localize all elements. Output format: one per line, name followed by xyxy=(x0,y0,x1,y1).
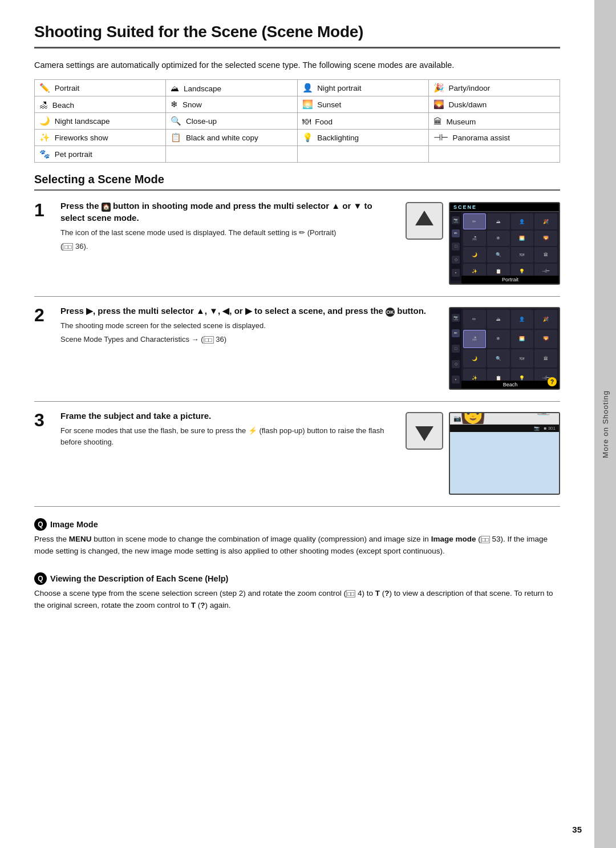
ss-cell-food: 🍽 xyxy=(511,247,534,263)
steps-divider-1 xyxy=(34,296,560,297)
table-cell xyxy=(428,146,560,163)
landscape-icon: ⛰ xyxy=(171,83,179,93)
arrow-up-icon xyxy=(412,208,437,233)
page-number: 35 xyxy=(572,825,582,834)
table-cell: 🎉 Party/indoor xyxy=(428,80,560,96)
table-cell xyxy=(297,146,428,163)
ss-cell-nightportrait: 👤 xyxy=(511,213,534,229)
table-cell: 🌅 Sunset xyxy=(297,96,428,113)
table-cell: ✨ Fireworks show xyxy=(35,130,166,146)
step-1-desc2: (□□ 36). xyxy=(60,241,396,252)
side-tab: More on Shooting xyxy=(594,0,616,848)
step-2-desc1: The shooting mode screen for the selecte… xyxy=(60,320,440,332)
beach-selector-screen: 📷 ✏ □ ◇ • ✏ ⛰ 👤 🎉 xyxy=(449,307,560,390)
step-2-content: Press ▶, press the multi selector ▲, ▼, … xyxy=(60,305,560,393)
step-3-visuals: 📷 ⊛ ⊕ 👩 ⛵ 📷 ■ 301 xyxy=(406,412,560,495)
scene-selector-screen-1: SCENE 📷 ✏ □ ◇ • xyxy=(449,202,560,285)
multi-selector-button xyxy=(406,202,443,240)
step-3-content: Frame the subject and take a picture. Fo… xyxy=(60,410,560,498)
bs-cell-sunset: 🌅 xyxy=(511,330,534,348)
scene-label: Sunset xyxy=(317,100,341,109)
step-number-3: 3 xyxy=(34,411,55,429)
intro-text: Camera settings are automatically optimi… xyxy=(34,59,560,71)
table-row: 🏖 Beach ❄ Snow 🌅 Sunset 🌄 Dusk/dawn xyxy=(35,96,560,113)
step-3: 3 Frame the subject and take a picture. … xyxy=(34,410,560,498)
ss-cell-portrait: ✏ xyxy=(463,213,486,229)
scene-label: Portrait xyxy=(55,84,80,92)
bs-cell-dusk: 🌄 xyxy=(534,330,557,348)
bs-body: 📷 ✏ □ ◇ • ✏ ⛰ 👤 🎉 xyxy=(450,308,559,389)
bs-nav-scene: ✏ xyxy=(452,329,460,337)
beach-label: Beach xyxy=(461,381,559,389)
step-3-text: Frame the subject and take a picture. Fo… xyxy=(60,410,396,450)
step-2: 2 Press ▶, press the multi selector ▲, ▼… xyxy=(34,305,560,393)
bs-grid-area: ✏ ⛰ 👤 🎉 🏖 ❄ 🌅 🌄 🌙 🔍 xyxy=(461,308,559,389)
table-cell: 🔍 Close-up xyxy=(166,113,297,130)
night-landscape-icon: 🌙 xyxy=(39,116,50,126)
landscape-photo-screen: 📷 ⊛ ⊕ 👩 ⛵ 📷 ■ 301 xyxy=(449,412,560,495)
scene-label: Black and white copy xyxy=(186,134,258,142)
table-cell: ❄ Snow xyxy=(166,96,297,113)
step-1: 1 Press the 🏠 button in shooting mode an… xyxy=(34,200,560,288)
table-cell: 🏛 Museum xyxy=(428,113,560,130)
scene-label: Fireworks show xyxy=(55,134,108,142)
scene-label: Party/indoor xyxy=(449,84,491,92)
sunset-icon: 🌅 xyxy=(302,99,313,110)
page-container: Shooting Suited for the Scene (Scene Mod… xyxy=(0,0,616,848)
info-box-viewing-description: Q Viewing the Description of Each Scene … xyxy=(34,569,560,615)
ss-cell-landscape: ⛰ xyxy=(487,213,510,229)
bs-left-nav: 📷 ✏ □ ◇ • xyxy=(450,308,461,389)
bs-cell-beach: 🏖 xyxy=(463,330,486,348)
ss-nav-extra: ◇ xyxy=(452,256,460,264)
scene-label: Panorama assist xyxy=(453,134,510,142)
step-2-text: Press ▶, press the multi selector ▲, ▼, … xyxy=(60,305,440,347)
ls-person-icon: 👩 xyxy=(458,412,488,425)
scene-bar-label: SCENE xyxy=(450,203,559,212)
bs-cell-1: ✏ xyxy=(463,310,486,328)
step-1-content: Press the 🏠 button in shooting mode and … xyxy=(60,200,560,288)
bs-cell-night: 🌙 xyxy=(463,349,486,368)
table-cell: 👤 Night portrait xyxy=(297,80,428,96)
portrait-icon: ✏️ xyxy=(39,83,50,93)
ss-cell-dusk: 🌄 xyxy=(534,231,557,246)
step-3-desc1: For scene modes that use the flash, be s… xyxy=(60,425,396,447)
ls-info-1: 📷 xyxy=(534,426,540,431)
step-number-1: 1 xyxy=(34,201,55,219)
scene-label: Museum xyxy=(447,118,476,126)
bs-cell-2: ⛰ xyxy=(487,310,510,328)
scene-label: Dusk/dawn xyxy=(449,100,487,109)
scene-label: Backlighting xyxy=(317,134,359,142)
ss-nav-scene: ✏ xyxy=(452,229,460,237)
image-mode-label: Image Mode xyxy=(50,520,98,529)
closeup-icon: 🔍 xyxy=(171,116,181,126)
step-1-text: Press the 🏠 button in shooting mode and … xyxy=(60,200,396,254)
bs-nav-s3: □ xyxy=(452,345,460,353)
fireworks-icon: ✨ xyxy=(39,132,50,143)
shutter-button-illus xyxy=(406,412,443,450)
step-1-title: Press the 🏠 button in shooting mode and … xyxy=(60,200,396,224)
step-3-title: Frame the subject and take a picture. xyxy=(60,410,396,422)
info-box-viewing-description-title: Q Viewing the Description of Each Scene … xyxy=(34,572,560,585)
image-mode-icon: Q xyxy=(34,518,47,531)
bs-cell-snow: ❄ xyxy=(487,330,510,348)
page-title: Shooting Suited for the Scene (Scene Mod… xyxy=(34,23,560,49)
bs-nav-s4: ◇ xyxy=(452,360,460,368)
ss-left-nav: 📷 ✏ □ ◇ • xyxy=(450,212,461,281)
scene-label: Night landscape xyxy=(55,117,110,126)
ss-cell-beach: 🏖 xyxy=(463,231,486,246)
image-mode-text: Press the MENU button in scene mode to c… xyxy=(34,534,560,558)
snow-icon: ❄ xyxy=(171,99,178,110)
info-box-image-mode-title: Q Image Mode xyxy=(34,518,560,531)
table-row: 🌙 Night landscape 🔍 Close-up 🍽 Food 🏛 Mu… xyxy=(35,113,560,130)
bw-copy-icon: 📋 xyxy=(171,132,181,143)
table-cell: 🍽 Food xyxy=(297,113,428,130)
ss-body: 📷 ✏ □ ◇ • ✏ ⛰ 👤 xyxy=(450,212,559,281)
bs-nav-s5: • xyxy=(452,375,460,383)
main-content: Shooting Suited for the Scene (Scene Mod… xyxy=(0,0,594,848)
scene-label: Night portrait xyxy=(317,84,361,92)
step-1-button-area xyxy=(406,202,443,240)
table-cell: 💡 Backlighting xyxy=(297,130,428,146)
panorama-icon: ⊣⊢ xyxy=(433,132,448,143)
table-cell: 🐾 Pet portrait xyxy=(35,146,166,163)
table-cell xyxy=(166,146,297,163)
